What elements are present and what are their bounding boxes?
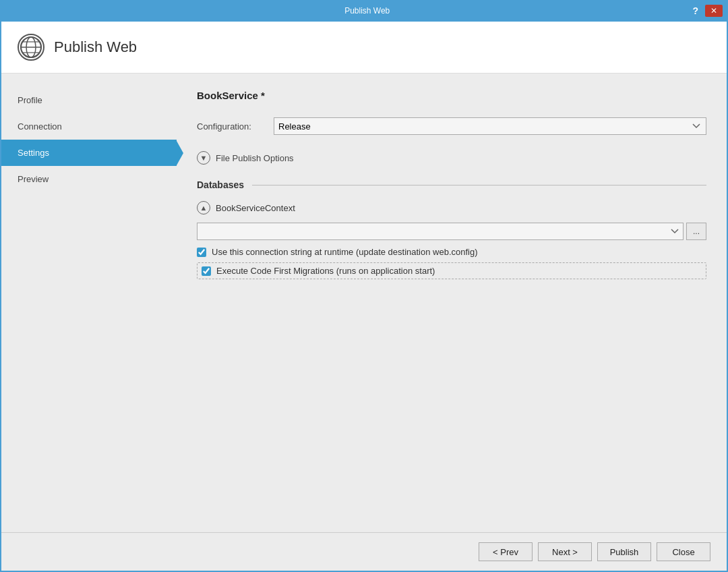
file-publish-expand-icon: ▼	[197, 151, 210, 165]
connection-row: ...	[197, 223, 706, 240]
dialog: Publish Web Profile Connection Settings …	[1, 22, 727, 571]
file-publish-options-row[interactable]: ▼ File Publish Options	[197, 151, 706, 165]
configuration-label: Configuration:	[197, 121, 264, 132]
close-button[interactable]: ✕	[705, 5, 723, 17]
header-title: Publish Web	[54, 38, 137, 56]
globe-icon	[18, 34, 44, 61]
title-bar: Publish Web ? ✕	[0, 0, 728, 22]
databases-header: Databases	[197, 179, 706, 190]
sidebar-item-preview[interactable]: Preview	[1, 166, 177, 192]
sidebar-item-connection[interactable]: Connection	[1, 113, 177, 140]
browse-button[interactable]: ...	[686, 223, 706, 240]
code-first-migrations-label: Execute Code First Migrations (runs on a…	[216, 266, 435, 276]
file-publish-label: File Publish Options	[216, 153, 294, 163]
section-title: BookService *	[197, 90, 706, 101]
dialog-footer: < Prev Next > Publish Close	[1, 532, 727, 571]
connection-select[interactable]	[197, 223, 684, 240]
databases-section: Databases ▲ BookServiceContext ...	[197, 179, 706, 285]
title-bar-controls: ? ✕	[688, 4, 723, 18]
help-button[interactable]: ?	[688, 4, 702, 18]
dialog-header: Publish Web	[1, 22, 727, 74]
next-button[interactable]: Next >	[538, 542, 592, 561]
db-context-expand-icon[interactable]: ▲	[197, 201, 210, 214]
dialog-body: Profile Connection Settings Preview Book…	[1, 74, 727, 532]
use-connection-string-checkbox[interactable]	[197, 248, 206, 257]
publish-button[interactable]: Publish	[597, 542, 651, 561]
code-first-migrations-checkbox[interactable]	[202, 266, 211, 276]
title-bar-text: Publish Web	[46, 6, 688, 16]
use-connection-string-row: Use this connection string at runtime (u…	[197, 247, 706, 257]
dialog-wrapper: Publish Web ? ✕ Publish Web	[0, 0, 728, 572]
db-context-row: ▲ BookServiceContext	[197, 201, 706, 214]
use-connection-string-label: Use this connection string at runtime (u…	[212, 247, 478, 257]
content-area: BookService * Configuration: Release Deb…	[177, 74, 727, 532]
sidebar-item-profile[interactable]: Profile	[1, 87, 177, 113]
sidebar-item-settings[interactable]: Settings	[1, 140, 177, 166]
sidebar: Profile Connection Settings Preview	[1, 74, 177, 532]
db-context-label: BookServiceContext	[216, 203, 295, 213]
databases-divider	[252, 185, 706, 185]
code-first-migrations-row: Execute Code First Migrations (runs on a…	[197, 262, 706, 279]
prev-button[interactable]: < Prev	[479, 542, 533, 561]
configuration-select[interactable]: Release Debug	[274, 117, 706, 135]
databases-label: Databases	[197, 179, 244, 190]
configuration-row: Configuration: Release Debug	[197, 117, 706, 135]
close-dialog-button[interactable]: Close	[657, 542, 710, 561]
